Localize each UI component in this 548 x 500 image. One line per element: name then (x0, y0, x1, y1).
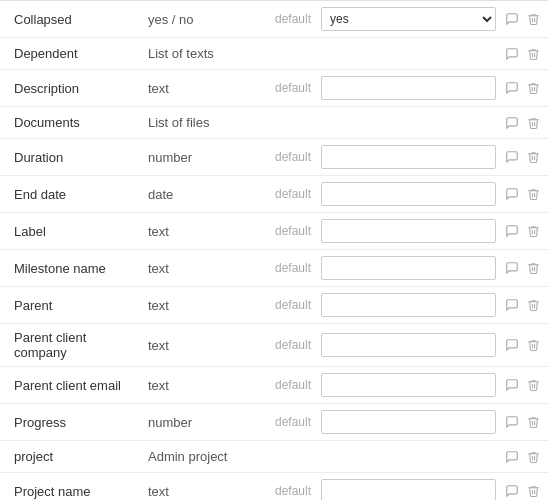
comment-button[interactable] (503, 148, 521, 166)
field-type: text (140, 79, 260, 98)
default-label (260, 455, 315, 459)
comment-button[interactable] (503, 259, 521, 277)
comment-button[interactable] (503, 10, 521, 28)
default-value-cell (315, 408, 502, 436)
field-type: text (140, 376, 260, 395)
delete-button[interactable] (525, 10, 542, 28)
delete-button[interactable] (525, 222, 542, 240)
row-actions (502, 222, 548, 240)
field-type: text (140, 259, 260, 278)
default-label: default (260, 336, 315, 354)
default-input[interactable] (321, 333, 496, 357)
delete-button[interactable] (525, 45, 542, 63)
row-actions (502, 482, 548, 500)
default-value-cell (315, 143, 502, 171)
row-actions (502, 413, 548, 431)
default-label (260, 121, 315, 125)
default-label: default (260, 259, 315, 277)
comment-button[interactable] (503, 413, 521, 431)
default-label: default (260, 376, 315, 394)
comment-button[interactable] (503, 376, 521, 394)
delete-button[interactable] (525, 336, 542, 354)
comment-button[interactable] (503, 114, 521, 132)
default-value-cell (315, 455, 502, 459)
default-value-cell (315, 180, 502, 208)
delete-button[interactable] (525, 114, 542, 132)
row-actions (502, 376, 548, 394)
table-row: Milestone nametextdefault (0, 250, 548, 287)
field-name: Dependent (0, 44, 140, 63)
table-row: Progressnumberdefault (0, 404, 548, 441)
fields-table: Collapsedyes / nodefaultyesnoDependentLi… (0, 0, 548, 500)
field-name: Label (0, 222, 140, 241)
field-name: Description (0, 79, 140, 98)
field-type: List of files (140, 113, 260, 132)
delete-button[interactable] (525, 259, 542, 277)
field-type: date (140, 185, 260, 204)
default-input[interactable] (321, 410, 496, 434)
row-actions (502, 259, 548, 277)
field-type: yes / no (140, 10, 260, 29)
default-label: default (260, 148, 315, 166)
default-value-cell (315, 371, 502, 399)
default-input[interactable] (321, 182, 496, 206)
comment-button[interactable] (503, 222, 521, 240)
default-value-cell (315, 331, 502, 359)
default-input[interactable] (321, 256, 496, 280)
default-label: default (260, 296, 315, 314)
default-select[interactable]: yesno (321, 7, 496, 31)
default-label: default (260, 413, 315, 431)
default-input[interactable] (321, 145, 496, 169)
row-actions (502, 79, 548, 97)
delete-button[interactable] (525, 448, 542, 466)
field-type: List of texts (140, 44, 260, 63)
delete-button[interactable] (525, 413, 542, 431)
comment-button[interactable] (503, 79, 521, 97)
field-type: text (140, 222, 260, 241)
comment-button[interactable] (503, 336, 521, 354)
default-value-cell (315, 121, 502, 125)
field-name: project (0, 447, 140, 466)
comment-button[interactable] (503, 448, 521, 466)
field-type: text (140, 482, 260, 501)
default-input[interactable] (321, 219, 496, 243)
row-actions (502, 448, 548, 466)
delete-button[interactable] (525, 148, 542, 166)
default-input[interactable] (321, 373, 496, 397)
default-input[interactable] (321, 293, 496, 317)
default-value-cell (315, 217, 502, 245)
comment-button[interactable] (503, 482, 521, 500)
field-type: Admin project (140, 447, 260, 466)
row-actions (502, 114, 548, 132)
table-row: End datedatedefault (0, 176, 548, 213)
default-label: default (260, 222, 315, 240)
field-type: number (140, 413, 260, 432)
delete-button[interactable] (525, 376, 542, 394)
field-type: text (140, 336, 260, 355)
table-row: Descriptiontextdefault (0, 70, 548, 107)
field-name: Milestone name (0, 259, 140, 278)
table-row: Parent client emailtextdefault (0, 367, 548, 404)
comment-button[interactable] (503, 296, 521, 314)
delete-button[interactable] (525, 79, 542, 97)
table-row: Collapsedyes / nodefaultyesno (0, 1, 548, 38)
delete-button[interactable] (525, 185, 542, 203)
default-value-cell (315, 477, 502, 500)
default-value-cell (315, 291, 502, 319)
delete-button[interactable] (525, 482, 542, 500)
comment-button[interactable] (503, 185, 521, 203)
default-value-cell (315, 74, 502, 102)
field-type: number (140, 148, 260, 167)
table-row: Durationnumberdefault (0, 139, 548, 176)
field-name: Duration (0, 148, 140, 167)
table-row: Labeltextdefault (0, 213, 548, 250)
row-actions (502, 45, 548, 63)
table-row: projectAdmin project (0, 441, 548, 473)
comment-button[interactable] (503, 45, 521, 63)
default-label (260, 52, 315, 56)
default-input[interactable] (321, 479, 496, 500)
delete-button[interactable] (525, 296, 542, 314)
row-actions (502, 10, 548, 28)
default-input[interactable] (321, 76, 496, 100)
default-value-cell (315, 52, 502, 56)
